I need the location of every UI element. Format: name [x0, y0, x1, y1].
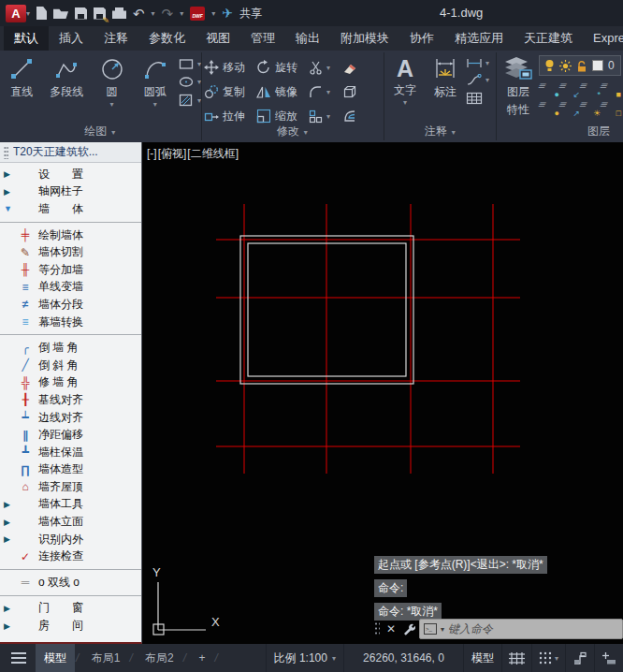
palette-item[interactable]: ╂ 基线对齐: [0, 391, 141, 409]
visual-style-control[interactable]: [二维线框]: [187, 147, 239, 160]
circle-dropdown[interactable]: ▾: [110, 100, 114, 109]
palette-item[interactable]: ═ o 双线 o: [0, 574, 141, 592]
layer-tool-button[interactable]: ≡□: [601, 97, 621, 116]
fillet-dropdown[interactable]: ▾: [326, 88, 330, 96]
leader-dropdown[interactable]: ▾: [485, 76, 489, 84]
menu-hamburger-icon[interactable]: [11, 652, 26, 664]
grid-display-toggle[interactable]: [501, 644, 531, 672]
annotate-panel-label[interactable]: 注释 ▼: [385, 124, 496, 139]
rotate-button[interactable]: 旋转: [256, 60, 309, 76]
layer-tool-button[interactable]: ≡●: [539, 97, 559, 116]
palette-item[interactable]: ∏ 墙体造型: [0, 461, 141, 479]
palette-item[interactable]: ▶ 门 窗: [0, 600, 141, 618]
ribbon-tab[interactable]: 输出: [285, 26, 330, 51]
ribbon-tab[interactable]: 默认: [4, 26, 49, 51]
modify-panel-label[interactable]: 修改 ▼: [204, 124, 382, 139]
text-dropdown[interactable]: ▾: [403, 98, 407, 107]
trim-button[interactable]: ▾: [309, 61, 342, 75]
ribbon-tab[interactable]: 精选应用: [444, 26, 514, 51]
layout-tab[interactable]: +: [190, 644, 213, 672]
palette-item[interactable]: ✎ 墙体切割: [0, 243, 141, 261]
layer-tool-button[interactable]: ≡●: [539, 79, 559, 97]
erase-button[interactable]: [342, 61, 369, 75]
array-button[interactable]: ▾: [309, 110, 342, 124]
layer-select[interactable]: 0: [539, 55, 621, 76]
layout-tab[interactable]: 布局1: [83, 644, 129, 672]
dock-drag-handle-icon[interactable]: [374, 621, 380, 636]
app-menu-button[interactable]: A ▾: [6, 4, 30, 22]
layout-tab[interactable]: 模型: [36, 644, 75, 672]
palette-item[interactable]: ▶ 设 置: [0, 166, 141, 183]
table-button[interactable]: [466, 92, 489, 105]
palette-item[interactable]: ┷ 边线对齐: [0, 409, 141, 427]
ortho-tracking-toggle[interactable]: [565, 644, 594, 672]
palette-item[interactable]: ✓ 连接检查: [0, 548, 141, 565]
share-button[interactable]: 共享: [239, 6, 262, 22]
share-plane-icon[interactable]: ✈: [222, 4, 233, 22]
dynamic-input-toggle[interactable]: [594, 644, 623, 672]
scale-button[interactable]: 缩放: [256, 109, 309, 124]
snap-dropdown-icon[interactable]: ▾: [555, 654, 558, 663]
palette-item[interactable]: ▼ 墙 体: [0, 200, 141, 218]
viewport-menu-control[interactable]: [-]: [147, 147, 157, 160]
palette-item[interactable]: ≠ 墙体分段: [0, 296, 141, 314]
layer-tool-button[interactable]: ≡↙: [559, 79, 580, 97]
palette-item[interactable]: ▶ 轴网柱子: [0, 183, 141, 201]
dimension-dropdown[interactable]: ▾: [485, 59, 489, 67]
drawing-canvas[interactable]: Y X [-][俯视][二维线框] 起点或 [参考点(R)]<退出>: *取消*…: [142, 142, 623, 644]
ribbon-tab[interactable]: 附加模块: [330, 26, 399, 51]
ribbon-tab[interactable]: 注释: [94, 26, 138, 51]
ribbon-tab[interactable]: 天正建筑: [514, 26, 583, 51]
fillet-button[interactable]: ▾: [309, 85, 342, 99]
undo-dropdown[interactable]: ▾: [152, 9, 155, 18]
new-file-button[interactable]: [36, 4, 47, 22]
ribbon-tab[interactable]: 管理: [240, 26, 285, 51]
palette-item[interactable]: ▶ 识别内外: [0, 531, 141, 548]
hatch-button[interactable]: ▾: [179, 94, 201, 108]
redo-button[interactable]: ↷: [162, 4, 174, 22]
command-input[interactable]: >_ ▾ 键入命令: [419, 619, 623, 639]
offset-button[interactable]: [342, 110, 369, 123]
plot-button[interactable]: [112, 4, 126, 22]
dwf-button[interactable]: DWF: [190, 4, 205, 22]
palette-item[interactable]: ▶ 墙体立面: [0, 513, 141, 531]
leader-button[interactable]: ▾: [466, 74, 489, 86]
palette-item[interactable]: [0, 218, 141, 226]
redo-dropdown[interactable]: ▾: [180, 9, 183, 18]
layers-panel-label[interactable]: 图层: [498, 124, 623, 139]
ribbon-tab[interactable]: Express Tools: [583, 26, 623, 51]
view-control[interactable]: [俯视]: [158, 147, 187, 160]
palette-item[interactable]: ≡ 单线变墙: [0, 279, 141, 297]
explode-button[interactable]: [342, 84, 369, 99]
layer-tool-button[interactable]: ≡☀: [580, 97, 601, 116]
layout-tab[interactable]: 布局2: [137, 644, 182, 672]
rectangle-button[interactable]: ▾: [179, 58, 201, 70]
save-button[interactable]: [75, 4, 87, 22]
open-file-button[interactable]: [53, 4, 68, 22]
trim-dropdown[interactable]: ▾: [326, 64, 330, 72]
palette-item[interactable]: [0, 330, 141, 339]
palette-item[interactable]: ∥ 净距偏移: [0, 426, 141, 444]
model-space-toggle[interactable]: 模型: [463, 644, 501, 672]
palette-item[interactable]: [0, 592, 141, 600]
palette-item[interactable]: ▶ 房 间: [0, 617, 141, 635]
undo-button[interactable]: ↶: [133, 4, 145, 22]
palette-item[interactable]: ▶ 墙体工具: [0, 496, 141, 514]
customize-wrench-icon[interactable]: [402, 622, 415, 635]
palette-item[interactable]: ┻ 墙柱保温: [0, 444, 141, 461]
move-button[interactable]: 移动: [204, 60, 256, 76]
ribbon-tab[interactable]: 视图: [196, 26, 240, 51]
palette-item[interactable]: ╪ 绘制墙体: [0, 226, 141, 244]
ellipse-button[interactable]: ▾: [179, 76, 201, 88]
close-icon[interactable]: ✕: [384, 622, 398, 635]
layer-tool-button[interactable]: ≡↗: [559, 97, 580, 116]
palette-title-bar[interactable]: T20天正建筑软...: [0, 142, 141, 163]
draw-panel-label[interactable]: 绘图 ▼: [0, 124, 201, 139]
save-as-button[interactable]: ✎: [94, 4, 106, 22]
command-dropdown-icon[interactable]: ▾: [441, 625, 444, 634]
palette-item[interactable]: ╬ 修 墙 角: [0, 374, 141, 392]
palette-item[interactable]: ⌂ 墙齐屋顶: [0, 478, 141, 496]
linear-dimension-button[interactable]: ▾: [466, 58, 489, 68]
drag-handle-icon[interactable]: [4, 146, 8, 159]
palette-item[interactable]: ╱ 倒 斜 角: [0, 357, 141, 374]
